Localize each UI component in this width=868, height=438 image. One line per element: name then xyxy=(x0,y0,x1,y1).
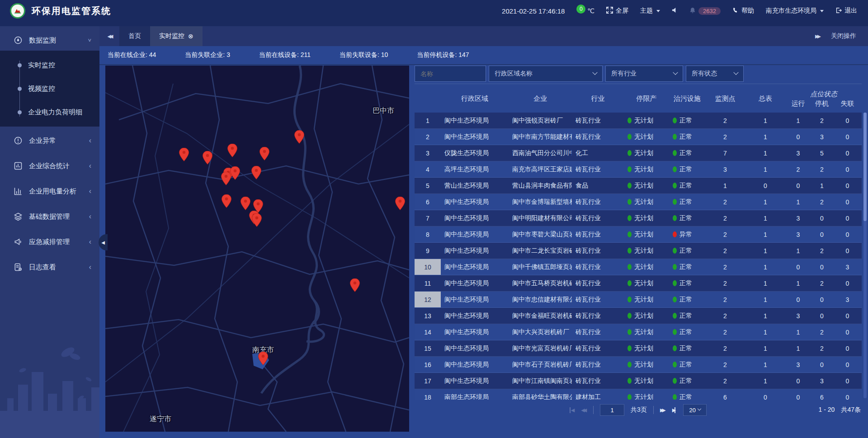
table-row[interactable]: 12阆中生态环境局阆中市忠信建材有限公砖瓦行业无计划正常21003 xyxy=(415,292,862,308)
table-row[interactable]: 13阆中生态环境局阆中市金福旺页岩机砖砖瓦行业无计划正常21300 xyxy=(415,308,862,324)
map-pin-icon[interactable] xyxy=(259,147,269,160)
map-pin-icon[interactable] xyxy=(350,278,360,292)
table-row[interactable]: 3仪陇生态环境局西南油气田分公司川中化工无计划正常71350 xyxy=(415,145,862,161)
page-size-select[interactable]: 20 xyxy=(683,404,707,416)
map-pin-icon[interactable] xyxy=(251,166,261,179)
cell-region: 阆中生态环境局 xyxy=(441,129,509,145)
table-row[interactable]: 9阆中生态环境局阆中市二龙长宝页岩砖砖瓦行业无计划正常21120 xyxy=(415,243,862,259)
sidebar-item-5[interactable]: 应急减排管理‹ xyxy=(0,231,99,253)
cell-meter-count: 1 xyxy=(745,145,786,161)
status-dot-icon xyxy=(627,345,632,351)
map-pin-icon[interactable] xyxy=(294,130,304,144)
map-pin-icon[interactable] xyxy=(241,197,250,210)
cell-monitor-count: 2 xyxy=(705,340,745,356)
cell-industry: 建材加工 xyxy=(572,389,624,400)
table-row[interactable]: 6阆中生态环境局阆中市金博瑞新型墙材砖瓦行业无计划正常21120 xyxy=(415,194,862,210)
table-row[interactable]: 17阆中生态环境局阆中市江南镇阆南页岩砖瓦行业无计划正常21030 xyxy=(415,373,862,389)
sidebar-item-2[interactable]: 企业综合统计‹ xyxy=(0,155,99,177)
sidebar-item-3[interactable]: 企业用电量分析‹ xyxy=(0,180,99,203)
cell-monitor-count: 6 xyxy=(705,389,745,400)
cell-limit-status: 无计划 xyxy=(624,226,669,242)
sidebar-item-4[interactable]: 基础数据管理‹ xyxy=(0,205,99,228)
table-scrollbar-thumb[interactable] xyxy=(863,113,867,221)
tab-scroll-left-icon[interactable]: ◀◀ xyxy=(99,26,119,46)
sidebar-item-1[interactable]: 企业异常‹ xyxy=(0,129,99,152)
map-pin-icon[interactable] xyxy=(395,197,405,210)
org-menu[interactable]: 南充市生态环境局 xyxy=(766,7,824,15)
region-select[interactable]: 行政区域名称 xyxy=(489,66,603,82)
table-row[interactable]: 8阆中生态环境局阆中市枣碧大梁山页岩砖瓦行业无计划异常21300 xyxy=(415,226,862,243)
table-row[interactable]: 5营山生态环境局营山县润丰肉食品有限食品无计划正常10010 xyxy=(415,178,862,194)
table-row[interactable]: 14阆中生态环境局阆中大兴页岩机砖厂砖瓦行业无计划正常21120 xyxy=(415,324,862,340)
help-label: 帮助 xyxy=(741,7,754,15)
theme-menu[interactable]: 主题 xyxy=(640,7,660,15)
sidebar-subitem-1[interactable]: 视频监控 xyxy=(0,77,99,100)
prev-page-icon[interactable]: ◀◀ xyxy=(581,407,587,413)
sidebar-subitem-0[interactable]: 实时监控 xyxy=(0,53,99,77)
tab-scroll-right-icon[interactable]: ▶▶ xyxy=(815,33,819,39)
fullscreen-button[interactable]: 全屏 xyxy=(606,7,628,15)
logout-button[interactable]: 退出 xyxy=(835,7,857,15)
divider xyxy=(593,406,594,414)
cell-run-count: 0 xyxy=(786,178,811,193)
cell-limit-status: 无计划 xyxy=(624,324,669,340)
table-row[interactable]: 4高坪生态环境局南充市高坪区王家店建砖瓦行业无计划正常31220 xyxy=(415,161,862,178)
industry-select[interactable]: 所有行业 xyxy=(605,66,683,82)
map-pin-icon[interactable] xyxy=(222,194,231,208)
current-page-input[interactable]: 1 xyxy=(600,404,624,416)
next-page-icon[interactable]: ▶▶ xyxy=(660,407,666,413)
last-page-icon[interactable]: ▶ xyxy=(672,407,675,413)
phone-icon xyxy=(732,7,739,15)
sidebar-item-0[interactable]: 数据监测˅ xyxy=(0,29,99,52)
tab-label: 首页 xyxy=(128,32,141,40)
map-pin-icon[interactable] xyxy=(230,166,240,180)
help-button[interactable]: 帮助 xyxy=(732,7,754,15)
cell-region: 阆中生态环境局 xyxy=(441,308,509,324)
map-pin-icon[interactable] xyxy=(203,151,212,165)
chart-icon xyxy=(14,187,23,196)
cell-monitor-count: 2 xyxy=(705,292,745,307)
cell-region: 阆中生态环境局 xyxy=(441,275,509,291)
map-pin-icon[interactable] xyxy=(227,144,237,157)
tab-首页[interactable]: 首页 xyxy=(119,26,150,46)
table-row[interactable]: 18南部生态环境局南部县砂华土陶有限公建材加工无计划正常60060 xyxy=(415,389,862,400)
cell-stop-count: 0 xyxy=(811,259,833,275)
sidebar-submenu: 实时监控视频监控企业电力负荷明细 xyxy=(0,51,99,127)
first-page-icon[interactable]: ◀ xyxy=(570,407,575,413)
sidebar-item-6[interactable]: 日志查看‹ xyxy=(0,256,99,278)
map-pin-icon[interactable] xyxy=(252,213,262,227)
table-scrollbar[interactable] xyxy=(863,113,867,398)
table-row[interactable]: 1阆中生态环境局阆中强锐页岩砖厂砖瓦行业无计划正常21120 xyxy=(415,113,862,129)
table-row[interactable]: 11阆中生态环境局阆中市五马桥页岩机砖砖瓦行业无计划正常21120 xyxy=(415,275,862,292)
cell-rowno: 2 xyxy=(415,129,441,145)
map-panel[interactable]: 巴中市南充市遂宁市 xyxy=(105,66,409,432)
cell-rowno: 13 xyxy=(415,308,441,324)
table-row[interactable]: 15阆中生态环境局阆中市光富页岩机砖厂砖瓦行业无计划正常21120 xyxy=(415,340,862,357)
cell-meter-count: 1 xyxy=(745,324,786,340)
table-row[interactable]: 10阆中生态环境局阆中千佛镇五郎垭页岩砖瓦行业无计划正常21003 xyxy=(415,259,862,275)
cell-facility-status: 正常 xyxy=(669,340,705,356)
name-search-input[interactable] xyxy=(415,66,486,82)
tab-close-icon[interactable]: ⊗ xyxy=(188,33,193,40)
chevron-left-icon: ‹ xyxy=(89,238,91,246)
sidebar-subitem-2[interactable]: 企业电力负荷明细 xyxy=(0,100,99,124)
map-pin-icon[interactable] xyxy=(179,148,189,161)
map-pin-icon[interactable] xyxy=(258,352,268,365)
table-row[interactable]: 16阆中生态环境局阆中市石子页岩机砖厂砖瓦行业无计划正常21300 xyxy=(415,357,862,373)
mute-button[interactable] xyxy=(672,7,678,14)
sidebar-collapse-handle[interactable]: ◀ xyxy=(99,234,108,250)
cell-company: 阆中强锐页岩砖厂 xyxy=(509,113,572,128)
cell-region: 阆中生态环境局 xyxy=(441,243,509,259)
close-operations-button[interactable]: 关闭操作 xyxy=(831,32,856,40)
notifications[interactable]: 2632 xyxy=(689,7,721,15)
cell-limit-status: 无计划 xyxy=(624,259,669,275)
pagination-bar: ◀ ◀◀ 1 共3页 ▶▶ ▶ 20 1 - 20 共47条 xyxy=(415,401,862,419)
status-select[interactable]: 所有状态 xyxy=(686,66,744,82)
cell-limit-status: 无计划 xyxy=(624,161,669,177)
cell-facility-status: 正常 xyxy=(669,113,705,128)
tab-实时监控[interactable]: 实时监控⊗ xyxy=(150,26,203,46)
map-pin-icon[interactable] xyxy=(221,172,231,185)
table-row[interactable]: 2阆中生态环境局阆中市南方节能建材有砖瓦行业无计划正常21030 xyxy=(415,129,862,145)
table-row[interactable]: 7阆中生态环境局阆中明阳建材有限公司砖瓦行业无计划正常21300 xyxy=(415,210,862,226)
status-dot-icon xyxy=(627,297,632,302)
